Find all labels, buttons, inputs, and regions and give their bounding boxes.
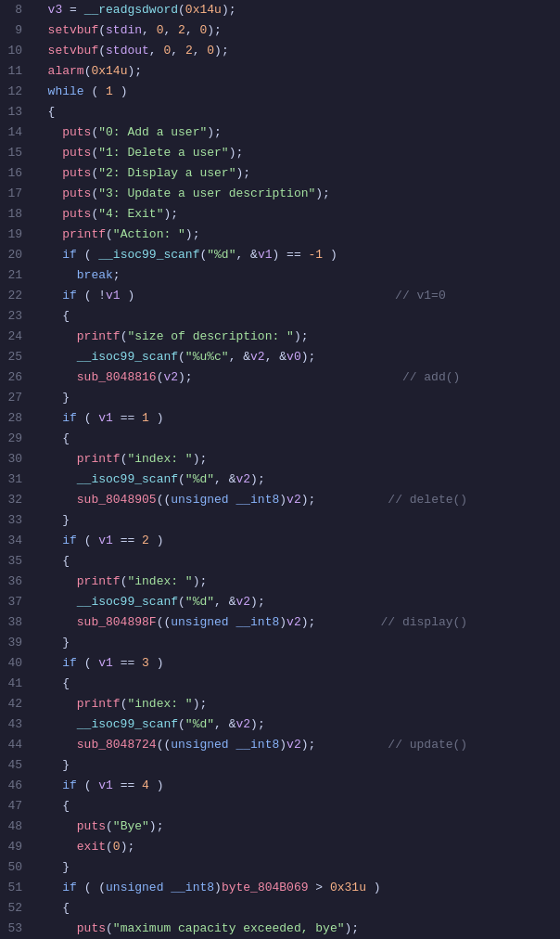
plain-token xyxy=(33,819,77,833)
plain-token: ( xyxy=(106,819,113,833)
fn2-token: puts xyxy=(77,921,106,935)
line-content: if ( v1 == 3 ) xyxy=(30,653,560,674)
line-number: 12 xyxy=(0,82,30,102)
plain-token: ); xyxy=(193,574,208,588)
str-token: "%d" xyxy=(185,717,214,731)
plain-token: ); xyxy=(127,64,142,78)
line-number: 43 xyxy=(0,714,30,735)
plain-token: ; xyxy=(113,268,121,282)
var2-token: v2 xyxy=(286,738,301,752)
table-row: 11 alarm(0x14u); xyxy=(0,61,560,82)
table-row: 35 { xyxy=(0,551,560,572)
table-row: 12 while ( 1 ) xyxy=(0,82,560,102)
line-content: v3 = __readgsdword(0x14u); xyxy=(30,0,560,20)
var2-token: v1 xyxy=(98,534,113,547)
plain-token xyxy=(33,881,62,894)
var2-token: stdout xyxy=(106,44,149,58)
plain-token xyxy=(33,166,62,180)
num-token: 4 xyxy=(142,778,149,792)
plain-token: ) xyxy=(366,881,381,894)
line-content: if ( v1 == 1 ) xyxy=(30,408,560,429)
plain-token: ) == xyxy=(273,248,309,262)
plain-token: , & xyxy=(214,472,235,486)
fn-token: __isoc99_scanf xyxy=(77,472,178,486)
num-token: 3 xyxy=(142,656,149,670)
str-token: "2: Display a user" xyxy=(98,166,235,180)
kw-token: unsigned __int8 xyxy=(106,881,214,894)
table-row: 43 __isoc99_scanf("%d", &v2); xyxy=(0,714,560,735)
table-row: 16 puts("2: Display a user"); xyxy=(0,163,560,184)
line-number: 48 xyxy=(0,817,30,837)
line-content: __isoc99_scanf("%u%c", &v2, &v0); xyxy=(30,347,560,367)
plain-token: ( xyxy=(106,227,113,241)
line-number: 10 xyxy=(0,41,30,61)
plain-token: ) xyxy=(279,615,286,629)
num-token: 0x31u xyxy=(330,881,366,894)
plain-token xyxy=(33,125,62,139)
table-row: 25 __isoc99_scanf("%u%c", &v2, &v0); xyxy=(0,347,560,367)
line-number: 30 xyxy=(0,449,30,470)
line-content: sub_8048905((unsigned __int8)v2); // del… xyxy=(30,490,560,510)
plain-token: , & xyxy=(229,350,250,364)
kw-token: if xyxy=(62,411,77,425)
table-row: 32 sub_8048905((unsigned __int8)v2); // … xyxy=(0,490,560,510)
cmt-token: // v1=0 xyxy=(395,289,446,302)
line-content: { xyxy=(30,674,560,694)
table-row: 22 if ( !v1 ) // v1=0 xyxy=(0,286,560,306)
line-content: } xyxy=(30,755,560,776)
var2-token: v1 xyxy=(258,248,273,262)
plain-token: (( xyxy=(157,738,172,752)
line-number: 28 xyxy=(0,408,30,429)
plain-token: ); xyxy=(229,146,244,160)
line-content: puts("3: Update a user description"); xyxy=(30,184,560,204)
table-row: 48 puts("Bye"); xyxy=(0,817,560,837)
line-content: sub_804898F((unsigned __int8)v2); // dis… xyxy=(30,612,560,633)
table-row: 24 printf("size of description: "); xyxy=(0,327,560,347)
line-content: __isoc99_scanf("%d", &v2); xyxy=(30,592,560,612)
line-content: setvbuf(stdout, 0, 2, 0); xyxy=(30,41,560,61)
line-content: printf("index: "); xyxy=(30,449,560,470)
plain-token: ( xyxy=(84,84,106,98)
var2-token: v1 xyxy=(98,778,113,792)
table-row: 33 } xyxy=(0,510,560,531)
plain-token: } xyxy=(33,391,70,405)
plain-token: ); xyxy=(214,44,229,58)
plain-token: ) xyxy=(113,84,128,98)
table-row: 23 { xyxy=(0,306,560,327)
plain-token xyxy=(33,534,62,547)
var2-token: v0 xyxy=(286,350,301,364)
fn2-token: sub_804898F xyxy=(77,615,157,629)
plain-token: { xyxy=(33,554,70,568)
str-token: "%d" xyxy=(185,595,214,609)
fn2-token: byte_804B069 xyxy=(222,881,309,894)
line-number: 26 xyxy=(0,367,30,388)
table-row: 51 if ( (unsigned __int8)byte_804B069 > … xyxy=(0,878,560,898)
plain-token xyxy=(33,329,77,343)
table-row: 31 __isoc99_scanf("%d", &v2); xyxy=(0,470,560,490)
table-row: 14 puts("0: Add a user"); xyxy=(0,122,560,143)
line-content: { xyxy=(30,796,560,817)
num-token: 0x14u xyxy=(185,3,222,17)
plain-token: } xyxy=(33,513,70,527)
line-number: 49 xyxy=(0,837,30,857)
line-content: setvbuf(stdin, 0, 2, 0); xyxy=(30,20,560,41)
line-content: alarm(0x14u); xyxy=(30,61,560,82)
line-content: puts("Bye"); xyxy=(30,817,560,837)
plain-token xyxy=(33,23,48,37)
plain-token: = xyxy=(62,3,83,17)
line-number: 35 xyxy=(0,551,30,572)
fn2-token: puts xyxy=(62,207,91,221)
str-token: "index: " xyxy=(127,574,192,588)
num-token: 0 xyxy=(113,840,121,854)
plain-token: ) xyxy=(149,778,164,792)
str-token: "%u%c" xyxy=(185,350,229,364)
line-content: if ( v1 == 2 ) xyxy=(30,531,560,551)
table-row: 38 sub_804898F((unsigned __int8)v2); // … xyxy=(0,612,560,633)
plain-token: } xyxy=(33,860,70,874)
code-view: 8 v3 = __readgsdword(0x14u);9 setvbuf(st… xyxy=(0,0,560,939)
plain-token: { xyxy=(33,105,55,119)
line-number: 40 xyxy=(0,653,30,674)
line-number: 44 xyxy=(0,735,30,755)
table-row: 37 __isoc99_scanf("%d", &v2); xyxy=(0,592,560,612)
plain-token xyxy=(33,615,77,629)
